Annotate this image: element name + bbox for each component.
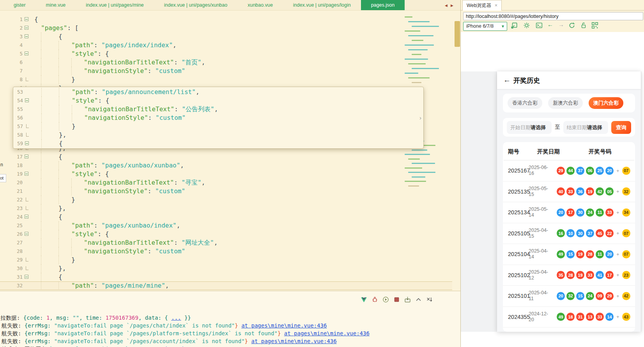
open-external-icon[interactable] [511, 22, 518, 29]
code-text: }, [58, 264, 66, 273]
draw-date: 2025-04-15 [529, 228, 557, 239]
lottery-result-row: 20251352025-05-15403336194205+32 [503, 182, 635, 203]
code-line[interactable]: 24{ [0, 213, 452, 221]
code-line[interactable]: 3{ [0, 32, 452, 41]
code-line[interactable]: 7"navigationStyle": "custom" [0, 67, 452, 75]
fold-icon[interactable] [25, 17, 28, 21]
back-arrow-icon[interactable]: ← [547, 21, 553, 28]
fold-icon[interactable] [25, 275, 28, 279]
fold-icon[interactable] [25, 98, 29, 102]
refresh-icon[interactable] [568, 22, 575, 29]
code-line[interactable]: 29} [0, 256, 452, 264]
tab-scroll-right-icon[interactable]: ▶ [451, 4, 453, 7]
gear-icon[interactable] [523, 22, 530, 29]
run-icon[interactable] [382, 296, 389, 303]
console-source-link[interactable]: at pages\mine\mine.vue:436 [241, 322, 327, 329]
fold-icon[interactable] [25, 141, 29, 145]
code-line[interactable]: 17{ [0, 153, 452, 161]
device-select[interactable]: iPhone 6/7/8 ▼ [463, 22, 507, 31]
code-line[interactable]: 27"navigationBarTitleText": "网址大全", [0, 238, 452, 247]
code-line[interactable]: 19"style": { [0, 170, 452, 178]
code-line[interactable]: 59{ [13, 139, 419, 148]
debug-bug-icon[interactable] [372, 296, 378, 303]
fold-icon[interactable] [25, 26, 28, 30]
qrcode-icon[interactable] [591, 22, 598, 29]
line-number: 32 [0, 281, 23, 290]
terminal-icon[interactable] [536, 22, 543, 29]
lock-icon[interactable] [580, 22, 587, 29]
fold-icon[interactable] [25, 155, 28, 158]
fold-icon[interactable] [25, 215, 28, 219]
code-line[interactable]: 18"path": "pages/xunbao/xunbao", [0, 161, 452, 170]
stop-icon[interactable] [393, 296, 400, 303]
game-tab-active[interactable]: 澳门六合彩 [589, 97, 623, 109]
code-line[interactable]: 28"navigationStyle": "custom" [0, 247, 452, 256]
browser-tab[interactable]: Web浏览器 × [462, 0, 502, 11]
code-line[interactable]: 55"navigationBarTitleText": "公告列表", [13, 105, 419, 114]
collapse-panel-icon[interactable] [415, 296, 422, 303]
line-number: 59 [13, 139, 23, 148]
clear-console-icon[interactable] [426, 296, 433, 303]
game-tab-inactive[interactable]: 香港六合彩 [508, 97, 542, 109]
editor-scrollbar-thumb[interactable] [455, 21, 460, 47]
url-input[interactable]: http://localhost:8080/#/pages/lottery/hi… [463, 12, 643, 20]
page-scrollbar-track[interactable] [641, 71, 641, 332]
console-text: {code: [23, 315, 46, 321]
tab-scroll-left-icon[interactable]: ◀ [445, 4, 448, 7]
code-text: { [59, 139, 63, 148]
editor-tab[interactable]: mine.vue [36, 0, 76, 10]
back-icon[interactable]: ← [503, 76, 511, 84]
peek-expand-icon[interactable]: › [419, 114, 421, 121]
editor-tab[interactable]: index.vue | uni/pages/mine [76, 0, 154, 10]
code-line[interactable]: 20"navigationBarTitleText": "寻宝", [0, 178, 452, 187]
code-line[interactable]: 8} [0, 75, 452, 84]
start-date-input[interactable]: 开始日期请选择 [507, 121, 552, 134]
fold-icon[interactable] [25, 232, 28, 236]
vue-devtools-icon[interactable] [361, 296, 367, 303]
editor-tab[interactable]: xunbao.vue [237, 0, 283, 10]
editor-tab[interactable]: index.vue | uni/pages/login [283, 0, 361, 10]
forward-arrow-icon[interactable]: → [558, 21, 564, 28]
export-log-icon[interactable] [404, 296, 411, 303]
indent-guide [41, 264, 41, 273]
results-list[interactable]: 20251672025-06-16294437062520+0720251352… [503, 160, 635, 327]
indent-guide [71, 247, 72, 256]
code-line[interactable]: 31{ [0, 273, 452, 281]
code-line[interactable]: 26"style": { [0, 230, 452, 238]
fold-icon[interactable] [25, 34, 28, 38]
editor-tab[interactable]: index.vue | uni/pages/xunbao [154, 0, 237, 10]
special-ball-yellow: 42 [622, 292, 630, 300]
code-editor[interactable]: 1{2"pages": [3{4"path": "pages/index/ind… [0, 11, 460, 291]
console-source-link[interactable]: at pages\mine\mine.vue:436 [251, 338, 336, 344]
code-line[interactable]: 22} [0, 196, 452, 204]
editor-tab[interactable]: pages.json [361, 0, 405, 10]
code-line[interactable]: 4"path": "pages/index/index", [0, 41, 452, 50]
end-date-input[interactable]: 结束日期请选择 [563, 121, 608, 134]
lottery-ball-green: 24 [586, 208, 594, 217]
code-line[interactable]: 56"navigationStyle": "custom" [13, 114, 419, 122]
game-tab-inactive[interactable]: 新澳六合彩 [548, 97, 583, 109]
search-button[interactable]: 查询 [611, 121, 631, 134]
fold-icon[interactable] [25, 172, 28, 176]
console-source-link[interactable]: at pages\mine\mine.vue:436 [284, 330, 370, 336]
code-line[interactable]: 53"path": "pages/announcement/list", [13, 88, 419, 96]
indent-guide [71, 178, 72, 187]
code-line[interactable]: 23}, [0, 204, 452, 213]
close-tab-icon[interactable]: × [495, 3, 497, 8]
lottery-ball-red: 40 [557, 187, 565, 196]
editor-tab[interactable]: gister [13, 0, 36, 10]
code-line[interactable]: 25"path": "pages/xunbao/index", [0, 221, 452, 230]
code-line[interactable]: 32"path": "pages/mine/mine", [0, 281, 452, 290]
code-line[interactable]: 6"navigationBarTitleText": "首页", [0, 58, 452, 67]
code-line[interactable]: 1{ [0, 15, 452, 24]
console-source-link[interactable]: ... [171, 315, 181, 321]
line-number: 2 [0, 24, 23, 32]
code-line[interactable]: 57} [13, 122, 419, 131]
code-line[interactable]: 30}, [0, 264, 452, 273]
code-line[interactable]: 5"style": { [0, 50, 452, 58]
code-line[interactable]: 21"navigationStyle": "custom" [0, 187, 452, 196]
code-line[interactable]: 54"style": { [13, 96, 419, 105]
code-line[interactable]: 2"pages": [ [0, 24, 452, 32]
fold-icon[interactable] [25, 52, 28, 55]
code-line[interactable]: 58}, [13, 131, 419, 139]
